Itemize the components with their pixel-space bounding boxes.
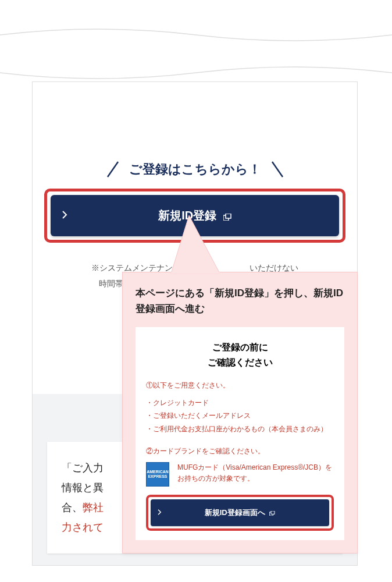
proceed-register-button-label: 新規ID登録画面へ — [156, 508, 323, 518]
brand-description: MUFGカード（Visa/American Express®/JCB）をお持ちの… — [177, 462, 334, 484]
wave-separator-top — [0, 20, 392, 49]
svg-line-0 — [108, 162, 118, 177]
prepare-list: クレジットカード ご登録いただくメールアドレス ご利用代金お支払口座がわかるもの… — [146, 396, 334, 436]
callout-pointer-arrow — [169, 215, 221, 282]
secondary-button-highlight: 新規ID登録画面へ — [146, 495, 334, 531]
external-link-icon — [223, 211, 231, 221]
brand-row: AMERICAN EXPRESS MUFGカード（Visa/American E… — [146, 462, 334, 487]
svg-line-1 — [272, 162, 283, 177]
confirmation-card: ご登録の前に ご確認ください ①以下をご用意ください。 クレジットカード ご登録… — [136, 327, 344, 540]
instruction-callout: 本ページにある「新規ID登録」を押し、新規ID登録画面へ進む ご登録の前に ご確… — [122, 272, 358, 553]
slash-decoration-right — [270, 161, 286, 178]
chevron-right-icon — [158, 509, 162, 516]
svg-rect-3 — [226, 214, 231, 218]
callout-title: 本ページにある「新規ID登録」を押し、新規ID登録画面へ進む — [136, 285, 344, 317]
list-item: クレジットカード — [146, 396, 334, 410]
chevron-right-icon — [62, 211, 67, 221]
external-link-icon — [269, 510, 275, 516]
slash-decoration-left — [104, 161, 120, 178]
header-title: ご登録はこちらから！ — [129, 161, 261, 178]
amex-logo-icon: AMERICAN EXPRESS — [146, 462, 169, 487]
list-item: ご登録いただくメールアドレス — [146, 409, 334, 423]
confirmation-card-title: ご登録の前に ご確認ください — [146, 340, 334, 370]
header-row: ご登録はこちらから！ — [33, 161, 357, 178]
svg-rect-11 — [271, 511, 275, 514]
proceed-register-button[interactable]: 新規ID登録画面へ — [151, 499, 329, 526]
brand-section-label: ②カードブランドをご確認ください。 — [146, 446, 334, 456]
list-item: ご利用代金お支払口座がわかるもの（本会員さまのみ） — [146, 423, 334, 436]
prepare-section-label: ①以下をご用意ください。 — [146, 381, 334, 391]
